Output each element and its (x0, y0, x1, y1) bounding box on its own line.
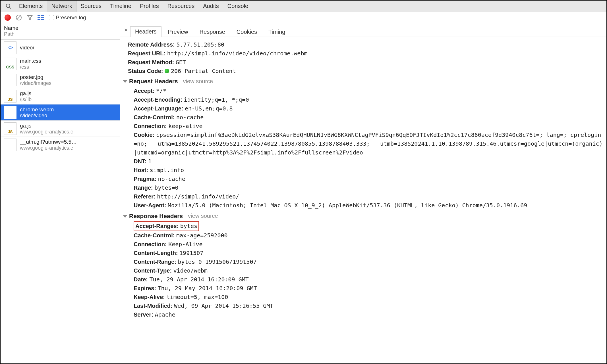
resp-keep-alive: Keep-Alive: timeout=5, max=100 (134, 293, 604, 302)
hdr-connection: Connection: keep-alive (134, 122, 604, 131)
tab-sources[interactable]: Sources (76, 1, 106, 12)
file-path: /video/images (20, 80, 51, 86)
close-icon[interactable]: × (122, 26, 130, 34)
column-name: Name (4, 25, 116, 31)
svg-marker-4 (28, 15, 32, 20)
request-method: Request Method: GET (128, 58, 604, 67)
tab-resources[interactable]: Resources (163, 1, 199, 12)
tab-cookies[interactable]: Cookies (232, 27, 262, 37)
svg-rect-5 (38, 15, 40, 16)
request-detail-panel: × Headers Preview Response Cookies Timin… (120, 23, 606, 363)
hdr-accept-encoding: Accept-Encoding: identity;q=1, *;q=0 (134, 95, 604, 104)
devtools-tabbar: Elements Network Sources Timeline Profil… (1, 1, 606, 12)
file-thumb (4, 106, 16, 119)
request-row[interactable]: chrome.webm/video/video (1, 104, 120, 121)
tab-profiles[interactable]: Profiles (136, 1, 163, 12)
filter-icon[interactable] (27, 14, 33, 21)
hdr-range: Range: bytes=0- (134, 183, 604, 192)
status-code: Status Code: 206 Partial Content (128, 67, 604, 76)
tab-network[interactable]: Network (47, 1, 76, 12)
tab-response[interactable]: Response (195, 27, 230, 37)
network-toolbar: Preserve log (1, 12, 606, 23)
request-row[interactable]: __utm.gif?utmwv=5.5…www.google-analytics… (1, 137, 120, 153)
resp-content-length: Content-Length: 1991507 (134, 249, 604, 258)
resp-content-type: Content-Type: video/webm (134, 266, 604, 275)
chevron-down-icon (123, 215, 127, 218)
file-thumb (4, 74, 16, 86)
status-dot-icon (165, 69, 169, 73)
resp-server: Server: Apache (134, 310, 604, 319)
hdr-accept-language: Accept-Language: en-US,en;q=0.8 (134, 104, 604, 113)
view-source-link[interactable]: view source (183, 77, 213, 86)
request-row[interactable]: JSga.jswww.google-analytics.c (1, 121, 120, 137)
tab-console[interactable]: Console (223, 1, 252, 12)
tab-preview[interactable]: Preview (163, 27, 193, 37)
resp-connection: Connection: Keep-Alive (134, 240, 604, 249)
svg-rect-6 (41, 15, 44, 16)
file-name: video/ (20, 45, 34, 51)
preserve-log-label: Preserve log (56, 14, 86, 21)
file-name: chrome.webm (20, 106, 54, 113)
hdr-host: Host: simpl.info (134, 166, 604, 175)
resp-date: Date: Tue, 29 Apr 2014 16:20:09 GMT (134, 275, 604, 284)
request-headers-section[interactable]: Request Headers view source (123, 77, 604, 86)
file-name: ga.js (20, 123, 73, 129)
clear-icon[interactable] (15, 14, 22, 21)
record-icon[interactable] (5, 14, 11, 21)
tab-headers[interactable]: Headers (130, 26, 161, 37)
file-path: www.google-analytics.c (20, 145, 77, 151)
svg-rect-9 (38, 19, 40, 20)
file-name: ga.js (20, 90, 32, 97)
svg-line-1 (9, 7, 11, 9)
resp-last-modified: Last-Modified: Wed, 09 Apr 2014 15:26:55… (134, 302, 604, 310)
file-name: __utm.gif?utmwv=5.5… (20, 139, 77, 145)
resp-cache-control: Cache-Control: max-age=2592000 (134, 231, 604, 240)
request-row[interactable]: JSga.js/js/lib (1, 88, 120, 104)
hdr-referer: Referer: http://simpl.info/video/ (134, 192, 604, 201)
file-name: poster.jpg (20, 74, 51, 80)
hdr-dnt: DNT: 1 (134, 157, 604, 166)
hdr-pragma: Pragma: no-cache (134, 175, 604, 183)
file-path: www.google-analytics.c (20, 129, 73, 135)
remote-address: Remote Address: 5.77.51.205:80 (128, 40, 604, 49)
file-path: /css (20, 64, 41, 70)
preserve-log-checkbox[interactable] (49, 15, 54, 20)
hdr-accept: Accept: */* (134, 87, 604, 95)
preserve-log-toggle[interactable]: Preserve log (49, 14, 86, 21)
hdr-cache-control: Cache-Control: no-cache (134, 113, 604, 122)
tab-audits[interactable]: Audits (199, 1, 223, 12)
file-thumb: CSS (4, 58, 16, 70)
request-list-panel: Name Path <>video/CSSmain.css/cssposter.… (1, 23, 120, 363)
hdr-cookie: Cookie: cpsession=simplinf%3aeDkLdG2elvx… (134, 131, 604, 157)
search-icon[interactable] (2, 1, 15, 12)
column-path: Path (4, 31, 116, 37)
file-thumb: JS (4, 122, 16, 135)
svg-rect-8 (41, 17, 44, 18)
request-list: <>video/CSSmain.css/cssposter.jpg/video/… (1, 40, 120, 153)
svg-line-3 (17, 16, 21, 20)
file-thumb: JS (4, 90, 16, 102)
request-row[interactable]: CSSmain.css/css (1, 56, 120, 72)
file-name: main.css (20, 58, 41, 64)
tab-timeline[interactable]: Timeline (106, 1, 136, 12)
request-list-header: Name Path (1, 23, 120, 40)
file-thumb: <> (4, 41, 16, 54)
hdr-user-agent: User-Agent: Mozilla/5.0 (Macintosh; Inte… (134, 201, 604, 210)
svg-point-0 (6, 4, 10, 7)
response-headers-section[interactable]: Response Headers view source (123, 212, 604, 221)
toggle-small-requests-icon[interactable] (38, 15, 44, 20)
resp-content-range: Content-Range: bytes 0-1991506/1991507 (134, 258, 604, 266)
tab-timing[interactable]: Timing (264, 27, 290, 37)
request-row[interactable]: poster.jpg/video/images (1, 72, 120, 88)
file-path: /video/video (20, 113, 54, 119)
tab-elements[interactable]: Elements (15, 1, 47, 12)
headers-body: Remote Address: 5.77.51.205:80 Request U… (120, 37, 606, 363)
resp-expires: Expires: Thu, 29 May 2014 16:20:09 GMT (134, 284, 604, 293)
view-source-link[interactable]: view source (188, 212, 218, 220)
svg-rect-7 (38, 17, 40, 18)
file-thumb (4, 139, 16, 151)
chevron-down-icon (123, 80, 127, 83)
request-row[interactable]: <>video/ (1, 40, 120, 56)
file-path: /js/lib (20, 97, 32, 102)
detail-tabbar: × Headers Preview Response Cookies Timin… (120, 23, 606, 37)
